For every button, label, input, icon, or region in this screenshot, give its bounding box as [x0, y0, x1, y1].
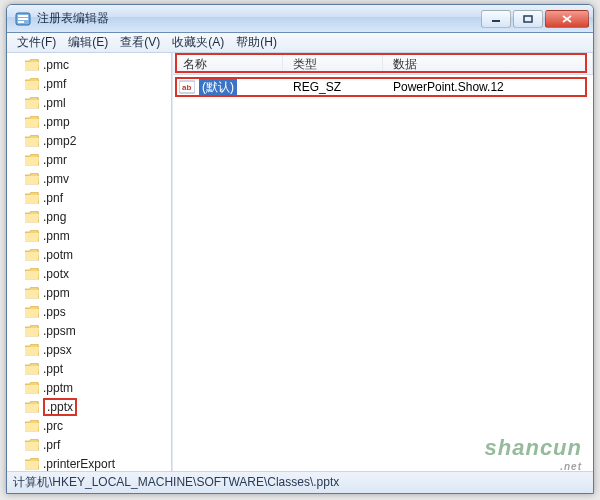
tree-item-label: .ppsm [43, 324, 76, 338]
value-name: (默认) [199, 79, 237, 96]
folder-icon [25, 116, 39, 128]
tree-item-pnm[interactable]: .pnm [11, 226, 171, 245]
tree-item-pptx[interactable]: .pptx [11, 397, 171, 416]
tree-item-pmp2[interactable]: .pmp2 [11, 131, 171, 150]
tree-item-label: .pnm [43, 229, 70, 243]
content-area: .pmc.pmf.pml.pmp.pmp2.pmr.pmv.pnf.png.pn… [7, 53, 593, 471]
tree-item-prf[interactable]: .prf [11, 435, 171, 454]
folder-icon [25, 268, 39, 280]
folder-icon [25, 173, 39, 185]
close-icon [562, 15, 572, 23]
tree-item-label: .prf [43, 438, 60, 452]
tree-item-label: .potx [43, 267, 69, 281]
tree-item-prc[interactable]: .prc [11, 416, 171, 435]
tree-item-label: .png [43, 210, 66, 224]
maximize-button[interactable] [513, 10, 543, 28]
tree-item-pmf[interactable]: .pmf [11, 74, 171, 93]
tree-item-label: .potm [43, 248, 73, 262]
tree-item-pps[interactable]: .pps [11, 302, 171, 321]
svg-rect-2 [18, 18, 28, 20]
col-data[interactable]: 数据 [383, 53, 593, 74]
close-button[interactable] [545, 10, 589, 28]
minimize-button[interactable] [481, 10, 511, 28]
svg-rect-1 [18, 15, 28, 17]
tree-item-label: .ppm [43, 286, 70, 300]
tree-item-label: .pml [43, 96, 66, 110]
string-value-icon [179, 80, 195, 94]
folder-icon [25, 363, 39, 375]
value-list: 名称 类型 数据 (默认)REG_SZPowerPoint.Show.12 [172, 53, 593, 471]
tree-item-pnf[interactable]: .pnf [11, 188, 171, 207]
folder-icon [25, 401, 39, 413]
svg-rect-3 [18, 21, 24, 23]
tree-item-ppt[interactable]: .ppt [11, 359, 171, 378]
tree-item-png[interactable]: .png [11, 207, 171, 226]
window-title: 注册表编辑器 [37, 10, 481, 27]
titlebar[interactable]: 注册表编辑器 [7, 5, 593, 33]
menubar: 文件(F) 编辑(E) 查看(V) 收藏夹(A) 帮助(H) [7, 33, 593, 53]
tree-item-ppsm[interactable]: .ppsm [11, 321, 171, 340]
tree-item-printerExport[interactable]: .printerExport [11, 454, 171, 471]
folder-icon [25, 344, 39, 356]
folder-icon [25, 458, 39, 470]
folder-icon [25, 97, 39, 109]
tree-item-pmc[interactable]: .pmc [11, 55, 171, 74]
value-type: REG_SZ [283, 80, 383, 94]
menu-edit[interactable]: 编辑(E) [62, 33, 114, 52]
tree-item-label: .pmc [43, 58, 69, 72]
col-type[interactable]: 类型 [283, 53, 383, 74]
menu-favorites[interactable]: 收藏夹(A) [166, 33, 230, 52]
folder-icon [25, 306, 39, 318]
registry-editor-window: 注册表编辑器 文件(F) 编辑(E) 查看(V) 收藏夹(A) 帮助(H) .p… [6, 4, 594, 494]
folder-icon [25, 135, 39, 147]
key-tree[interactable]: .pmc.pmf.pml.pmp.pmp2.pmr.pmv.pnf.png.pn… [7, 53, 172, 471]
tree-item-pml[interactable]: .pml [11, 93, 171, 112]
svg-rect-5 [524, 16, 532, 22]
menu-view[interactable]: 查看(V) [114, 33, 166, 52]
tree-item-label: .pptx [43, 398, 77, 416]
folder-icon [25, 230, 39, 242]
tree-item-label: .prc [43, 419, 63, 433]
folder-icon [25, 382, 39, 394]
folder-icon [25, 439, 39, 451]
tree-item-label: .pptm [43, 381, 73, 395]
tree-item-pptm[interactable]: .pptm [11, 378, 171, 397]
tree-item-label: .ppsx [43, 343, 72, 357]
tree-item-potx[interactable]: .potx [11, 264, 171, 283]
tree-item-label: .pmv [43, 172, 69, 186]
folder-icon [25, 287, 39, 299]
tree-item-label: .pps [43, 305, 66, 319]
folder-icon [25, 154, 39, 166]
col-name[interactable]: 名称 [173, 53, 283, 74]
value-data: PowerPoint.Show.12 [383, 80, 593, 94]
tree-item-potm[interactable]: .potm [11, 245, 171, 264]
tree-item-ppsx[interactable]: .ppsx [11, 340, 171, 359]
minimize-icon [491, 15, 501, 23]
tree-item-label: .pmp2 [43, 134, 76, 148]
rows-area[interactable]: (默认)REG_SZPowerPoint.Show.12 [173, 75, 593, 97]
tree-item-label: .pmr [43, 153, 67, 167]
tree-item-label: .ppt [43, 362, 63, 376]
status-path: 计算机\HKEY_LOCAL_MACHINE\SOFTWARE\Classes\… [13, 474, 339, 491]
menu-file[interactable]: 文件(F) [11, 33, 62, 52]
column-headers: 名称 类型 数据 [173, 53, 593, 75]
tree-item-pmv[interactable]: .pmv [11, 169, 171, 188]
menu-help[interactable]: 帮助(H) [230, 33, 283, 52]
app-icon [15, 11, 31, 27]
statusbar: 计算机\HKEY_LOCAL_MACHINE\SOFTWARE\Classes\… [7, 471, 593, 493]
folder-icon [25, 192, 39, 204]
tree-item-pmr[interactable]: .pmr [11, 150, 171, 169]
folder-icon [25, 420, 39, 432]
tree-item-label: .pmp [43, 115, 70, 129]
tree-item-label: .printerExport [43, 457, 115, 471]
svg-rect-4 [492, 20, 500, 22]
folder-icon [25, 59, 39, 71]
value-row[interactable]: (默认)REG_SZPowerPoint.Show.12 [173, 77, 593, 97]
tree-item-label: .pnf [43, 191, 63, 205]
tree-item-ppm[interactable]: .ppm [11, 283, 171, 302]
folder-icon [25, 249, 39, 261]
folder-icon [25, 78, 39, 90]
tree-item-pmp[interactable]: .pmp [11, 112, 171, 131]
maximize-icon [523, 15, 533, 23]
folder-icon [25, 325, 39, 337]
